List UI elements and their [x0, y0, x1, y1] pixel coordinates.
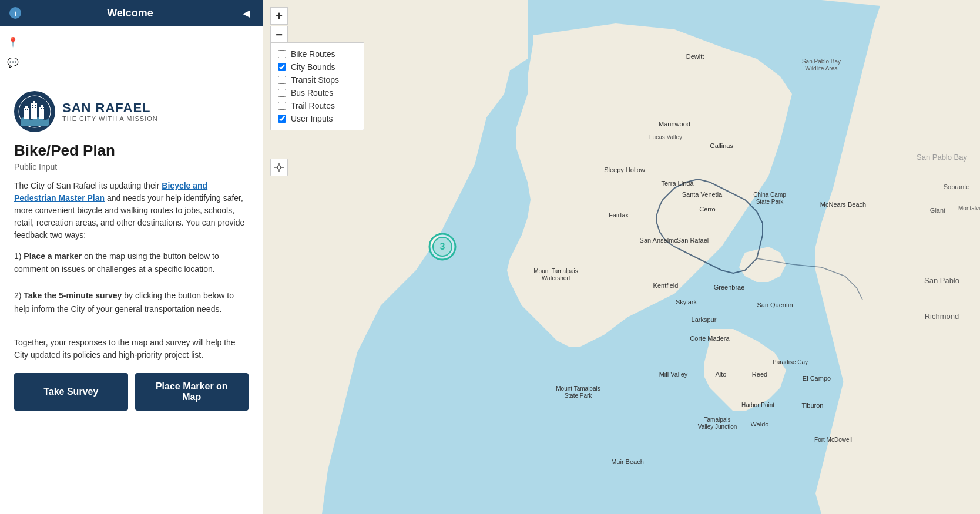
layer-legend: Bike Routes City Bounds Transit Stops Bu…	[270, 42, 364, 130]
svg-text:McNears Beach: McNears Beach	[820, 201, 866, 208]
comment-icon-btn[interactable]: 💬	[0, 52, 263, 73]
svg-text:San Pablo Bay: San Pablo Bay	[802, 58, 841, 65]
svg-rect-2	[25, 106, 28, 108]
svg-text:Muir Beach: Muir Beach	[611, 458, 644, 465]
svg-text:Cerro: Cerro	[699, 206, 716, 213]
svg-text:Waldo: Waldo	[751, 421, 769, 428]
svg-rect-11	[32, 107, 33, 108]
svg-text:Paradise Cay: Paradise Cay	[773, 359, 808, 365]
instruction-1-bold: Place a marker	[24, 251, 82, 261]
sidebar-header: i Welcome ◀	[0, 0, 263, 26]
svg-text:San Quentin: San Quentin	[757, 301, 793, 308]
location-icon	[274, 163, 284, 172]
svg-text:San Anselmo: San Anselmo	[640, 237, 678, 244]
svg-text:Mount Tamalpais: Mount Tamalpais	[533, 268, 578, 274]
my-location-button[interactable]	[270, 159, 288, 176]
sidebar-icon-bar: 📍 💬	[0, 26, 263, 79]
svg-rect-10	[35, 105, 36, 106]
info-icon[interactable]: i	[9, 7, 21, 19]
instruction-1-number: 1)	[14, 251, 24, 261]
layer-item-bike-routes[interactable]: Bike Routes	[278, 48, 357, 61]
svg-rect-9	[32, 105, 33, 106]
layer-item-bus-routes[interactable]: Bus Routes	[278, 86, 357, 99]
layer-checkbox-user-inputs[interactable]	[278, 115, 286, 123]
button-row: Take Survey Place Marker on Map	[14, 373, 249, 411]
layer-item-transit-stops[interactable]: Transit Stops	[278, 73, 357, 86]
layer-item-city-bounds[interactable]: City Bounds	[278, 61, 357, 73]
sidebar-toggle-button[interactable]: ◀	[239, 6, 253, 20]
instruction-2-bold: Take the 5-minute survey	[24, 291, 122, 300]
layer-checkbox-transit-stops[interactable]	[278, 76, 286, 84]
layer-label-transit-stops: Transit Stops	[291, 75, 339, 85]
layer-label-bus-routes: Bus Routes	[291, 88, 333, 98]
svg-text:San Pablo: San Pablo	[924, 276, 959, 285]
city-tagline: THE CITY WITH A MISSION	[62, 115, 158, 122]
description-text: The City of San Rafael its updating thei…	[14, 180, 249, 241]
map-svg: Dewitt San Pablo Bay Wildlife Area Marin…	[263, 0, 980, 514]
zoom-out-button[interactable]: −	[270, 26, 288, 43]
svg-text:Reed: Reed	[752, 371, 767, 378]
svg-text:Harbor Point: Harbor Point	[741, 402, 774, 408]
svg-text:Montalvin Manor: Montalvin Manor	[958, 205, 980, 211]
city-name: SAN RAFAEL	[62, 101, 158, 115]
logo-area: SAN RAFAEL THE CITY WITH A MISSION	[14, 91, 249, 132]
svg-text:Marinwood: Marinwood	[659, 120, 690, 127]
svg-rect-4	[33, 101, 35, 103]
svg-text:El Campo: El Campo	[803, 375, 831, 382]
layer-label-trail-routes: Trail Routes	[291, 101, 335, 110]
instruction-2: 2) Take the 5-minute survey by clicking …	[14, 289, 249, 315]
svg-text:Tiburon: Tiburon	[802, 402, 824, 409]
location-icon-btn[interactable]: 📍	[0, 32, 263, 52]
plan-title: Bike/Ped Plan	[14, 142, 249, 160]
zoom-controls: + −	[270, 7, 288, 43]
map-area[interactable]: Dewitt San Pablo Bay Wildlife Area Marin…	[263, 0, 980, 514]
desc-text-before: The City of San Rafael its updating thei…	[14, 181, 162, 190]
logo-text: SAN RAFAEL THE CITY WITH A MISSION	[62, 101, 158, 122]
instruction-1: 1) Place a marker on the map using the b…	[14, 250, 249, 276]
svg-text:Alto: Alto	[716, 371, 727, 378]
instruction-2-number: 2)	[14, 291, 24, 300]
layer-item-trail-routes[interactable]: Trail Routes	[278, 99, 357, 112]
layer-checkbox-bike-routes[interactable]	[278, 50, 286, 58]
svg-text:Dewitt: Dewitt	[686, 53, 704, 60]
svg-text:Terra Linda: Terra Linda	[661, 180, 694, 187]
place-marker-button[interactable]: Place Marker on Map	[135, 373, 249, 411]
svg-text:Mount Tamalpais: Mount Tamalpais	[556, 385, 600, 392]
layer-checkbox-city-bounds[interactable]	[278, 63, 286, 71]
svg-text:Corte Madera: Corte Madera	[690, 335, 730, 342]
svg-rect-14	[43, 108, 44, 109]
svg-rect-6	[41, 105, 43, 107]
svg-text:Valley Junction: Valley Junction	[698, 424, 737, 430]
svg-rect-12	[35, 107, 36, 108]
layer-label-city-bounds: City Bounds	[291, 62, 335, 72]
svg-text:Kentfield: Kentfield	[653, 282, 679, 289]
svg-text:Fort McDowell: Fort McDowell	[814, 436, 852, 443]
svg-text:3: 3	[440, 241, 445, 251]
svg-text:Santa Venetia: Santa Venetia	[682, 191, 723, 198]
city-logo-svg	[18, 95, 51, 128]
sidebar-title: Welcome	[107, 7, 153, 19]
svg-rect-13	[41, 108, 42, 109]
svg-text:Wildlife Area: Wildlife Area	[805, 65, 838, 72]
svg-text:Greenbrae: Greenbrae	[714, 284, 745, 291]
svg-text:Fairfax: Fairfax	[609, 211, 629, 219]
layer-label-user-inputs: User Inputs	[291, 114, 333, 123]
svg-text:Skylark: Skylark	[676, 298, 697, 305]
take-survey-button[interactable]: Take Survey	[14, 373, 128, 411]
zoom-in-button[interactable]: +	[270, 7, 288, 25]
svg-text:Lucas Valley: Lucas Valley	[649, 134, 682, 140]
svg-text:San Rafael: San Rafael	[677, 237, 709, 244]
sidebar-content: SAN RAFAEL THE CITY WITH A MISSION Bike/…	[0, 79, 263, 514]
svg-text:China Camp: China Camp	[753, 192, 786, 198]
svg-rect-7	[25, 109, 26, 110]
layer-item-user-inputs[interactable]: User Inputs	[278, 112, 357, 125]
svg-point-71	[277, 166, 281, 169]
svg-rect-3	[31, 103, 37, 119]
plan-subtitle: Public Input	[14, 162, 249, 172]
layer-checkbox-bus-routes[interactable]	[278, 89, 286, 97]
layer-label-bike-routes: Bike Routes	[291, 49, 335, 59]
svg-text:Watershed: Watershed	[542, 275, 570, 281]
together-text: Together, your responses to the map and …	[14, 337, 249, 361]
svg-text:Mill Valley: Mill Valley	[659, 371, 688, 378]
layer-checkbox-trail-routes[interactable]	[278, 102, 286, 110]
